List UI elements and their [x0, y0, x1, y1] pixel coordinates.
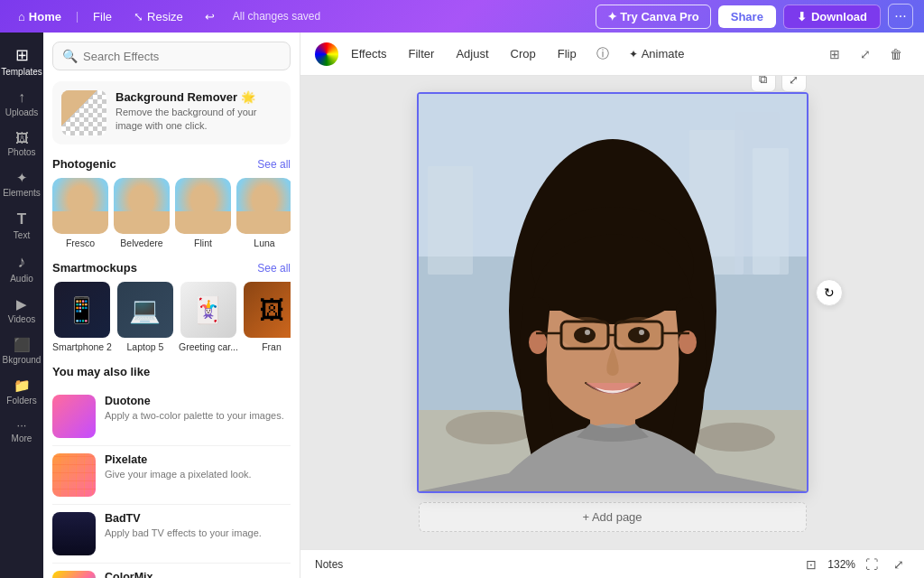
flip-button[interactable]: Flip: [549, 42, 586, 65]
more-icon: ···: [17, 418, 27, 432]
grid-view-button[interactable]: ⊞: [821, 41, 848, 68]
home-button[interactable]: ⌂ Home: [11, 6, 69, 27]
folders-icon: 📁: [14, 378, 31, 394]
smartphone2-label: Smartphone 2: [52, 341, 112, 352]
svg-point-8: [694, 423, 775, 452]
filter-button[interactable]: Filter: [400, 42, 444, 65]
like-item-colormix[interactable]: ColorMix Apply quirky color combinations…: [52, 564, 291, 578]
sidebar-photos-label: Photos: [7, 147, 35, 157]
belvedere-thumbnail: [114, 178, 170, 234]
expand-icon: ⤢: [860, 47, 871, 61]
nav-separator: |: [76, 10, 79, 23]
effects-label: Effects: [351, 47, 387, 61]
undo-icon: ↩: [205, 10, 215, 23]
sidebar-text-label: Text: [14, 230, 30, 240]
animate-icon: ✦: [629, 48, 638, 61]
canvas-area: ⧉ ⤢: [300, 76, 924, 549]
sidebar-item-videos[interactable]: ▶ Videos: [3, 291, 41, 330]
background-remover-item[interactable]: Background Remover 🌟 Remove the backgrou…: [52, 81, 291, 144]
smartmockups-see-all[interactable]: See all: [257, 262, 291, 275]
info-button[interactable]: ⓘ: [589, 41, 616, 68]
info-icon: ⓘ: [596, 46, 609, 62]
expand-button[interactable]: ⤢: [852, 41, 879, 68]
share-label: Share: [731, 10, 763, 23]
fullscreen-button[interactable]: ⛶: [861, 554, 882, 575]
badtv-description: Apply bad TV effects to your image.: [105, 527, 262, 540]
adjust-label: Adjust: [456, 47, 488, 61]
photogenic-section-header: Photogenic See all: [52, 157, 291, 171]
add-page-button[interactable]: + Add page: [419, 502, 807, 532]
colormix-info: ColorMix Apply quirky color combinations…: [105, 571, 247, 578]
trash-icon: 🗑: [890, 47, 902, 61]
crop-button[interactable]: Crop: [502, 42, 545, 65]
file-button[interactable]: File: [86, 6, 119, 27]
animate-button[interactable]: ✦ Animate: [620, 42, 694, 65]
bg-remover-thumbnail: [61, 90, 106, 135]
sidebar-folders-label: Folders: [6, 396, 36, 406]
fran-label: Fran: [262, 341, 282, 352]
photogenic-grid: Fresco Belvedere Flint Luna ›: [52, 178, 291, 248]
filter-label: Filter: [409, 47, 435, 61]
share-button[interactable]: Share: [718, 5, 776, 28]
undo-button[interactable]: ↩: [198, 6, 222, 27]
sidebar-uploads-label: Uploads: [5, 107, 39, 117]
svg-point-22: [574, 327, 596, 343]
delete-button[interactable]: 🗑: [882, 41, 910, 68]
mockup-greeting[interactable]: 🃏 Greeting car...: [179, 282, 238, 352]
mockup-fran[interactable]: 🖼 Fran: [244, 282, 291, 352]
effect-belvedere[interactable]: Belvedere: [114, 178, 170, 248]
sidebar-item-text[interactable]: T Text: [3, 205, 41, 246]
sidebar-item-more[interactable]: ··· More: [3, 413, 41, 449]
text-icon: T: [17, 210, 26, 228]
like-item-duotone[interactable]: Duotone Apply a two-color palette to you…: [52, 387, 291, 446]
canvas-image[interactable]: [419, 94, 807, 491]
badtv-thumbnail: [52, 512, 96, 555]
like-item-badtv[interactable]: BadTV Apply bad TV effects to your image…: [52, 505, 291, 564]
resize-label: Resize: [147, 10, 183, 23]
flint-thumbnail: [175, 178, 231, 234]
badtv-info: BadTV Apply bad TV effects to your image…: [105, 512, 262, 540]
home-icon: ⌂: [18, 10, 25, 23]
effect-fresco[interactable]: Fresco: [52, 178, 108, 248]
canvas-refresh-button[interactable]: ↻: [816, 279, 843, 306]
audio-icon: ♪: [18, 253, 26, 272]
mockup-laptop5[interactable]: 💻 Laptop 5: [117, 282, 173, 352]
effect-luna[interactable]: Luna: [236, 178, 291, 248]
effect-flint[interactable]: Flint: [175, 178, 231, 248]
color-swatch[interactable]: [315, 42, 338, 66]
adjust-button[interactable]: Adjust: [447, 42, 497, 65]
try-canva-button[interactable]: ✦ Try Canva Pro: [596, 5, 711, 29]
like-item-pixelate[interactable]: Pixelate Give your image a pixelated loo…: [52, 446, 291, 505]
search-bar[interactable]: 🔍: [52, 42, 291, 70]
download-button[interactable]: ⬇ Download: [783, 5, 881, 29]
sidebar-item-photos[interactable]: 🖼 Photos: [3, 125, 41, 163]
mockup-smartphone2[interactable]: 📱 Smartphone 2: [52, 282, 112, 352]
more-options-button[interactable]: ···: [888, 4, 913, 29]
canvas-link-button[interactable]: ⤢: [781, 76, 807, 92]
search-input[interactable]: [83, 50, 281, 63]
sidebar-item-uploads[interactable]: ↑ Uploads: [3, 84, 41, 123]
canvas-copy-button[interactable]: ⧉: [751, 76, 776, 92]
sidebar-item-audio[interactable]: ♪ Audio: [3, 247, 41, 289]
photogenic-title: Photogenic: [52, 157, 116, 171]
flint-label: Flint: [194, 238, 212, 248]
sidebar-item-folders[interactable]: 📁 Folders: [3, 372, 41, 411]
sidebar-item-templates[interactable]: ⊞ Templates: [3, 40, 41, 82]
luna-thumbnail: [236, 178, 291, 234]
bottom-bar: Notes ⊡ 132% ⛶ ⤢: [300, 549, 924, 578]
resize-button[interactable]: ⤡ Resize: [126, 6, 190, 27]
photogenic-see-all[interactable]: See all: [257, 158, 291, 171]
present-button[interactable]: ⤢: [888, 554, 910, 575]
sidebar-item-elements[interactable]: ✦ Elements: [3, 164, 41, 203]
zoom-fit-button[interactable]: ⊡: [800, 554, 822, 575]
main-layout: ⊞ Templates ↑ Uploads 🖼 Photos ✦ Element…: [0, 33, 924, 578]
pixelate-label: Pixelate: [105, 453, 252, 466]
effects-button[interactable]: Effects: [342, 42, 396, 65]
smartmockups-grid: 📱 Smartphone 2 💻 Laptop 5 🃏 Greeting car…: [52, 282, 291, 352]
canvas-wrapper: ⧉ ⤢: [419, 94, 807, 491]
resize-icon: ⤡: [134, 10, 143, 23]
bg-remover-title: Background Remover 🌟: [116, 90, 282, 104]
zoom-controls: ⊡ 132% ⛶ ⤢: [800, 554, 910, 575]
canvas-top-controls: ⧉ ⤢: [751, 76, 807, 92]
sidebar-item-background[interactable]: ⬛ Bkground: [3, 331, 41, 370]
